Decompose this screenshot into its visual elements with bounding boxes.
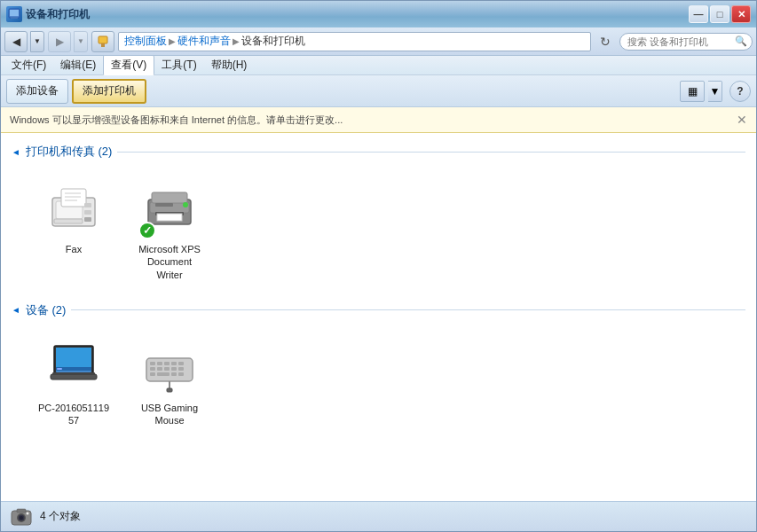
back-dropdown[interactable]: ▼	[30, 31, 44, 52]
breadcrumb-hardware[interactable]: 硬件和声音	[177, 34, 231, 49]
svg-rect-35	[178, 362, 184, 365]
mouse-icon	[138, 336, 201, 398]
add-device-button[interactable]: 添加设备	[6, 79, 68, 104]
up-button[interactable]	[91, 31, 114, 52]
status-text: 4 个对象	[40, 509, 81, 524]
svg-rect-29	[52, 372, 95, 375]
window-title: 设备和打印机	[26, 7, 685, 22]
breadcrumb-sep-2: ▶	[233, 36, 240, 46]
xps-printer-item[interactable]: ✓ Microsoft XPSDocumentWriter	[125, 174, 214, 285]
refresh-button[interactable]: ↻	[595, 32, 616, 51]
svg-rect-24	[56, 348, 91, 367]
close-button[interactable]: ✕	[731, 5, 751, 23]
svg-point-20	[183, 202, 188, 207]
printers-section-title: 打印机和传真 (2)	[26, 144, 113, 160]
fax-label: Fax	[66, 243, 82, 255]
forward-button[interactable]: ▶	[48, 31, 71, 52]
add-printer-button[interactable]: 添加打印机	[72, 79, 146, 104]
xps-label: Microsoft XPSDocumentWriter	[138, 243, 201, 281]
svg-rect-37	[157, 367, 162, 371]
printers-collapse-arrow[interactable]: ◄	[12, 147, 20, 157]
menu-edit[interactable]: 编辑(E)	[53, 56, 103, 74]
svg-rect-11	[84, 203, 91, 207]
info-bar: Windows 可以显示增强型设备图标和来自 Internet 的信息。请单击进…	[1, 107, 756, 133]
info-close-button[interactable]: ✕	[737, 113, 747, 127]
svg-rect-18	[152, 192, 187, 203]
search-input[interactable]	[619, 33, 753, 51]
main-content: ◄ 打印机和传真 (2)	[1, 133, 756, 501]
svg-rect-1	[10, 10, 19, 16]
svg-rect-34	[171, 362, 177, 365]
menu-help[interactable]: 帮助(H)	[204, 56, 255, 74]
svg-rect-36	[150, 367, 155, 371]
svg-rect-44	[178, 372, 184, 376]
devices-divider	[71, 309, 745, 310]
breadcrumb-bar[interactable]: 控制面板 ▶ 硬件和声音 ▶ 设备和打印机	[118, 32, 591, 51]
laptop-item[interactable]: PC-201605111957	[29, 332, 118, 431]
svg-rect-21	[155, 203, 173, 207]
svg-rect-19	[157, 214, 182, 221]
svg-rect-41	[150, 372, 155, 376]
devices-section-header: ◄ 设备 (2)	[12, 302, 745, 318]
breadcrumb-sep-1: ▶	[169, 36, 176, 46]
devices-grid: PC-201605111957	[12, 325, 745, 438]
minimize-button[interactable]: —	[689, 5, 708, 23]
svg-rect-46	[167, 388, 172, 392]
svg-rect-32	[157, 362, 162, 365]
window-icon	[6, 6, 22, 22]
svg-rect-38	[164, 367, 170, 371]
svg-rect-42	[157, 372, 170, 376]
usb-mouse-item[interactable]: USB Gaming Mouse	[125, 332, 214, 431]
view-dropdown-button[interactable]: ▼	[708, 81, 722, 102]
default-printer-badge: ✓	[138, 222, 156, 239]
svg-rect-31	[150, 362, 155, 365]
printers-divider	[117, 152, 745, 153]
laptop-icon	[43, 336, 105, 398]
svg-rect-12	[84, 210, 91, 215]
main-window: 设备和打印机 — □ ✕ ◀ ▼ ▶ ▼ 控制面板 ▶ 硬件和声音 ▶ 设备和打…	[0, 0, 757, 532]
help-button[interactable]: ?	[729, 81, 751, 102]
statusbar-camera-icon	[10, 505, 33, 528]
menu-bar: 文件(F) 编辑(E) 查看(V) 工具(T) 帮助(H)	[1, 56, 756, 75]
info-message: Windows 可以显示增强型设备图标和来自 Internet 的信息。请单击进…	[10, 113, 343, 127]
toolbar: 添加设备 添加打印机 ▦ ▼ ?	[1, 75, 756, 107]
forward-dropdown[interactable]: ▼	[74, 31, 88, 52]
fax-icon	[43, 177, 105, 239]
svg-rect-43	[171, 372, 177, 376]
svg-rect-4	[101, 43, 105, 47]
view-toggle-button[interactable]: ▦	[680, 81, 705, 102]
svg-rect-2	[11, 17, 18, 19]
printers-section-header: ◄ 打印机和传真 (2)	[12, 144, 745, 160]
svg-rect-14	[54, 219, 83, 223]
laptop-label: PC-201605111957	[38, 402, 109, 427]
maximize-button[interactable]: □	[710, 5, 729, 23]
devices-section-title: 设备 (2)	[26, 302, 67, 318]
svg-rect-26	[57, 368, 62, 370]
back-button[interactable]: ◀	[4, 31, 28, 52]
svg-rect-40	[178, 367, 184, 371]
printer-icon: ✓	[138, 177, 201, 239]
svg-point-50	[20, 516, 23, 520]
menu-file[interactable]: 文件(F)	[4, 56, 53, 74]
fax-item[interactable]: Fax	[29, 174, 118, 285]
breadcrumb-controlpanel[interactable]: 控制面板	[124, 34, 167, 49]
menu-tools[interactable]: 工具(T)	[154, 56, 203, 74]
svg-rect-13	[84, 217, 91, 222]
menu-view[interactable]: 查看(V)	[103, 55, 154, 75]
usb-mouse-label: USB Gaming Mouse	[129, 402, 210, 427]
svg-rect-7	[61, 189, 86, 207]
breadcrumb-current: 设备和打印机	[241, 34, 305, 49]
svg-rect-33	[164, 362, 170, 365]
address-bar: ◀ ▼ ▶ ▼ 控制面板 ▶ 硬件和声音 ▶ 设备和打印机 ↻ 🔍	[1, 27, 756, 56]
printers-grid: Fax	[12, 167, 745, 292]
search-icon: 🔍	[735, 35, 747, 47]
window-controls: — □ ✕	[689, 5, 751, 23]
status-bar: 4 个对象	[1, 501, 756, 531]
devices-collapse-arrow[interactable]: ◄	[12, 305, 20, 315]
svg-point-52	[27, 512, 29, 514]
titlebar: 设备和打印机 — □ ✕	[1, 1, 756, 27]
svg-rect-3	[99, 36, 107, 43]
svg-rect-39	[171, 367, 177, 371]
svg-rect-51	[17, 509, 26, 512]
